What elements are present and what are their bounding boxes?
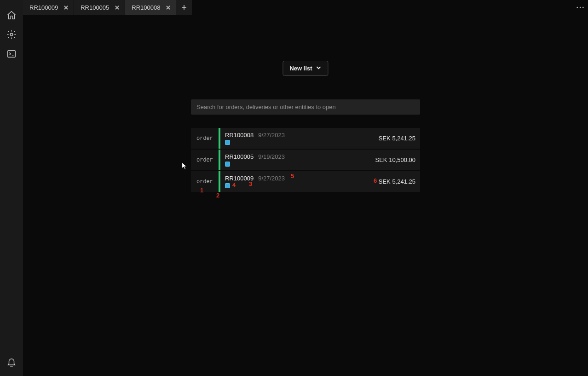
settings-icon[interactable] xyxy=(5,28,18,41)
order-type-label: order xyxy=(191,128,219,149)
svg-point-2 xyxy=(576,7,578,8)
mouse-cursor-icon xyxy=(181,162,188,172)
order-id: RR100009 xyxy=(225,175,254,181)
search-input[interactable] xyxy=(191,99,420,115)
order-chip-icon xyxy=(225,140,230,145)
order-chip-icon xyxy=(225,162,230,167)
order-amount: SEK 10,500.00 xyxy=(375,156,415,163)
main-area: RR100009 RR100005 RR100008 xyxy=(23,0,588,376)
order-id: RR100005 xyxy=(225,154,254,160)
svg-point-4 xyxy=(582,7,584,8)
tab-strip: RR100009 RR100005 RR100008 xyxy=(23,0,588,15)
order-amount: SEK 5,241.25 xyxy=(379,178,415,185)
new-list-label: New list xyxy=(289,65,312,72)
home-icon[interactable] xyxy=(5,9,18,22)
order-row[interactable]: order RR100005 9/19/2023 SEK 10,500.00 xyxy=(191,150,420,170)
close-icon[interactable] xyxy=(63,4,69,11)
tab-rr100005[interactable]: RR100005 xyxy=(74,0,125,15)
order-chip-icon xyxy=(225,183,230,188)
order-row[interactable]: order RR100009 9/27/2023 SEK 5,241.25 xyxy=(191,171,420,192)
order-row[interactable]: order RR100008 9/27/2023 SEK 5,241.25 xyxy=(191,128,420,149)
add-tab-button[interactable] xyxy=(176,0,192,15)
svg-point-3 xyxy=(580,7,581,8)
content-area: New list order RR100008 9/27/2023 xyxy=(23,15,588,376)
order-date: 9/27/2023 xyxy=(258,175,285,181)
tab-label: RR100005 xyxy=(81,4,109,11)
svg-point-0 xyxy=(10,33,13,36)
sidebar xyxy=(0,0,23,376)
order-amount: SEK 5,241.25 xyxy=(379,135,415,142)
tab-rr100008[interactable]: RR100008 xyxy=(125,0,176,15)
order-body: RR100008 9/27/2023 SEK 5,241.25 xyxy=(220,128,420,149)
annotation-2: 2 xyxy=(216,192,219,199)
notifications-icon[interactable] xyxy=(5,357,18,370)
order-date: 9/27/2023 xyxy=(258,132,285,138)
more-icon[interactable] xyxy=(572,0,588,15)
tab-label: RR100008 xyxy=(132,4,160,11)
order-date: 9/19/2023 xyxy=(258,154,285,160)
chevron-down-icon xyxy=(316,65,322,72)
tab-rr100009[interactable]: RR100009 xyxy=(23,0,74,15)
order-type-label: order xyxy=(191,171,219,192)
close-icon[interactable] xyxy=(114,4,120,11)
order-body: RR100009 9/27/2023 SEK 5,241.25 xyxy=(220,171,420,192)
order-type-label: order xyxy=(191,150,219,170)
terminal-icon[interactable] xyxy=(5,47,18,60)
new-list-button[interactable]: New list xyxy=(282,61,328,76)
close-icon[interactable] xyxy=(165,4,171,11)
order-body: RR100005 9/19/2023 SEK 10,500.00 xyxy=(220,150,420,170)
tab-label: RR100009 xyxy=(29,4,58,11)
svg-rect-1 xyxy=(8,51,16,58)
order-id: RR100008 xyxy=(225,132,254,138)
order-list: order RR100008 9/27/2023 SEK 5,241.25 or… xyxy=(191,128,420,193)
